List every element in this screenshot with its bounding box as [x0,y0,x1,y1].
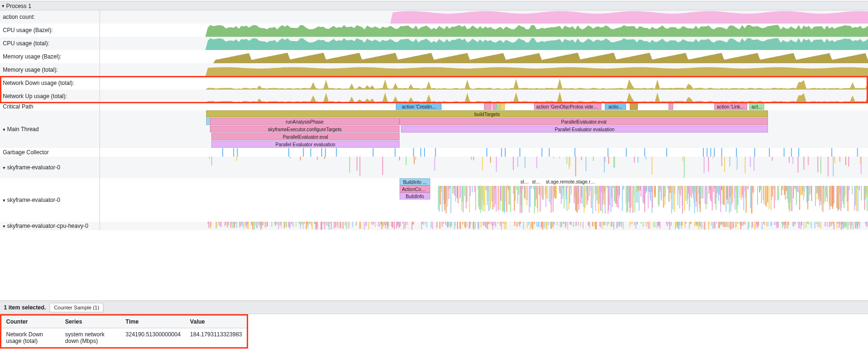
svg-rect-15 [486,148,487,157]
col-counter[interactable]: Counter [1,316,60,328]
col-series[interactable]: Series [60,316,121,328]
track-lane[interactable] [100,76,868,90]
tab-counter-sample[interactable]: Counter Sample (1) [50,303,103,312]
svg-rect-816 [533,222,534,230]
track-lane[interactable] [100,90,868,103]
track-lane[interactable]: buildTargetsrunAnalysisPhaseParallelEval… [100,110,868,148]
track-row-net-down[interactable]: Network Down usage (total): [0,76,868,90]
track-row-sf-eval-0b[interactable]: ▾skyframe-evaluator-0BuildInfo ...Action… [0,178,868,222]
svg-rect-554 [823,186,824,212]
track-lane[interactable] [100,157,868,178]
chevron-down-icon[interactable]: ▾ [3,198,5,203]
chevron-down-icon[interactable]: ▾ [3,127,5,132]
track-lane[interactable] [100,10,868,24]
svg-rect-655 [278,222,279,229]
chevron-down-icon[interactable]: ▾ [3,165,5,170]
flame-span[interactable]: Parallel Evaluator evaluation [401,125,768,133]
critical-slice[interactable]: act... [749,103,765,110]
critical-slice[interactable]: action 'GenObjcProtos video/... [534,103,601,110]
critical-slice[interactable]: actio... [605,103,626,110]
track-lane[interactable]: BuildInfo ...ActionConti...BuildInfostag… [100,178,868,222]
svg-rect-417 [696,186,697,201]
track-row-cpu-total[interactable]: CPU usage (total): [0,37,868,50]
track-lane[interactable] [100,37,868,50]
flame-span[interactable]: Parallel Evaluator evaluation [211,141,400,148]
svg-rect-10 [395,148,396,157]
svg-rect-498 [771,186,772,200]
track-row-cpu-bazel[interactable]: CPU usage (Bazel): [0,24,868,37]
table-row[interactable]: Network Down usage (total) system networ… [1,328,247,348]
critical-slice[interactable]: action 'Creatin... [396,103,442,110]
svg-rect-794 [493,222,494,225]
track-label[interactable]: CPU usage (Bazel): [0,24,100,37]
process-header[interactable]: ▾ Process 1 [0,2,868,10]
critical-slice[interactable]: action 'Linking go... [714,103,747,110]
svg-rect-882 [634,222,635,225]
track-label[interactable]: Critical Path [0,103,100,110]
svg-rect-968 [764,222,765,225]
svg-rect-23 [626,148,627,157]
track-label[interactable]: ▾skyframe-evaluator-0 [0,157,100,178]
critical-slice[interactable] [500,103,505,110]
svg-rect-654 [276,222,277,225]
svg-rect-731 [392,222,393,228]
flame-span[interactable]: BuildInfo ... [400,178,430,185]
flame-span[interactable]: buildTargets [206,110,768,117]
flame-span[interactable]: BuildInfo [400,192,430,200]
track-row-sf-cpu-heavy[interactable]: ▾skyframe-evaluator-cpu-heavy-0 [0,222,868,230]
critical-slice[interactable] [484,103,492,110]
track-row-mem-bazel[interactable]: Memory usage (Bazel): [0,50,868,63]
track-label[interactable]: Network Up usage (total): [0,90,100,103]
track-row-net-up[interactable]: Network Up usage (total): [0,90,868,103]
svg-rect-640 [257,222,258,228]
svg-rect-175 [494,186,495,207]
chevron-down-icon[interactable]: ▾ [2,3,4,8]
track-lane[interactable] [100,50,868,63]
svg-rect-69 [575,157,576,176]
svg-rect-820 [539,222,540,227]
track-label[interactable]: Memory usage (Bazel): [0,50,100,63]
track-row-critical[interactable]: Critical Pathaction 'Creatin...action 'G… [0,103,868,110]
svg-rect-872 [617,222,618,228]
svg-rect-72 [593,157,594,161]
track-lane[interactable] [100,63,868,76]
tracks-pane[interactable]: action count:CPU usage (Bazel):CPU usage… [0,10,868,300]
flame-span[interactable]: ParallelEvaluator.eval [211,133,400,140]
svg-rect-841 [566,222,567,225]
col-value[interactable]: Value [185,316,247,328]
col-time[interactable]: Time [121,316,185,328]
track-lane[interactable]: action 'Creatin...action 'GenObjcProtos … [100,103,868,110]
svg-rect-228 [541,186,542,197]
track-lane[interactable] [100,222,868,230]
track-label[interactable]: ▾skyframe-evaluator-0 [0,178,100,222]
track-row-main-thread[interactable]: ▾Main ThreadbuildTargetsrunAnalysisPhase… [0,110,868,148]
critical-slice[interactable] [630,103,637,110]
track-label[interactable]: ▾Main Thread [0,110,100,148]
flame-span[interactable]: skyframeExecutor.configureTargets [210,125,400,133]
track-row-mem-total[interactable]: Memory usage (total): [0,63,868,76]
track-label[interactable]: ▾skyframe-evaluator-cpu-heavy-0 [0,222,100,230]
flame-span[interactable]: runAnalysisPhase [210,118,400,125]
svg-rect-199 [516,186,517,190]
svg-rect-839 [563,222,564,224]
track-label[interactable]: CPU usage (total): [0,37,100,50]
track-row-gc[interactable]: Garbage Collector [0,148,868,157]
flame-span[interactable]: ActionConti... [400,185,430,192]
track-label[interactable]: action count: [0,10,100,24]
flame-span[interactable]: stag... [530,178,542,185]
svg-rect-865 [607,222,608,226]
track-label[interactable]: Memory usage (total): [0,63,100,76]
flame-span[interactable]: st.age.remote.stage.remot... [544,178,598,185]
critical-slice[interactable] [668,103,673,110]
track-label[interactable]: Network Down usage (total): [0,76,100,90]
svg-rect-850 [580,222,581,226]
svg-rect-333 [627,186,628,212]
chevron-down-icon[interactable]: ▾ [3,224,5,229]
track-lane[interactable] [100,24,868,37]
track-lane[interactable] [100,148,868,157]
track-row-sf-eval-0a[interactable]: ▾skyframe-evaluator-0 [0,157,868,178]
track-row-action-count[interactable]: action count: [0,10,868,24]
flame-span[interactable]: stag. [518,178,531,185]
track-label[interactable]: Garbage Collector [0,148,100,157]
flame-span[interactable]: ParallelEvaluator.eval [400,118,768,125]
